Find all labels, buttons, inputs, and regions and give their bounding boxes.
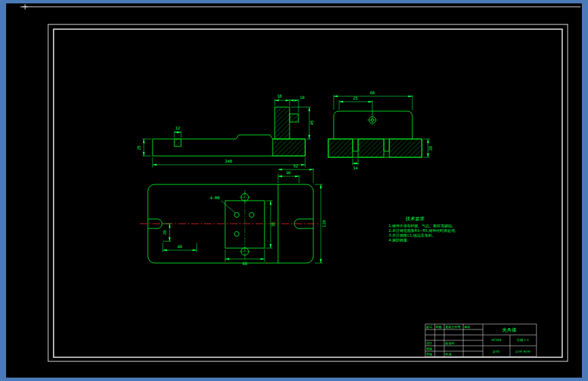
dim-front-slot: 12	[175, 125, 180, 130]
tb-drawing-no: JJ-01	[492, 350, 500, 353]
tb-sign-label: 签名	[465, 325, 471, 329]
tb-mark-label: 标记	[426, 325, 433, 329]
dim-front-col-width: 18	[277, 94, 282, 98]
dim-front-overall: 340	[225, 159, 233, 163]
dim-plan-pocket-h: 35	[271, 222, 275, 227]
tb-audit-label: 审核	[427, 353, 433, 356]
tb-check-label: 校核	[427, 347, 433, 350]
tb-sheet-info: 共1张 第1张	[515, 350, 530, 353]
tech-note-line: 1.铸件不得有砂眼、气孔、裂纹等缺陷。	[389, 224, 456, 228]
tb-file-label: 更改文件号	[446, 325, 461, 329]
dim-plan-right: 52	[293, 163, 298, 168]
cad-viewport: 12 25 18 10 45 340	[0, 0, 588, 381]
tb-design-label: 设计	[427, 341, 433, 345]
tech-note-line: 4.涂防锈漆。	[389, 238, 411, 243]
dim-plan-pocket-w: 60	[242, 261, 248, 266]
tech-notes-title: 技术要求	[405, 216, 425, 222]
tb-standard-label: 标准化	[445, 341, 455, 346]
tb-count-label: 处数	[436, 325, 443, 329]
tb-part-name: 夹具体	[503, 327, 517, 333]
tech-note-line: 2.未注铸造圆角R3~R5,铸件经时效处理。	[389, 228, 458, 233]
tb-approve-label: 批准	[445, 353, 452, 356]
cad-drawing: 12 25 18 10 45 340	[0, 0, 588, 381]
dim-plan-height: 120	[321, 220, 326, 227]
dim-plan-notch: 20	[162, 230, 167, 235]
dim-front-tab: 10	[300, 95, 305, 100]
dim-side-base-height: 28	[428, 146, 433, 151]
dim-plan-step: 30	[286, 170, 291, 175]
dim-front-height: 25	[136, 145, 141, 151]
dim-side-slot: 14	[353, 165, 358, 170]
dim-plan-left-span: 40	[177, 244, 182, 249]
dim-front-col-height: 45	[309, 120, 314, 125]
tb-material: HT200	[492, 338, 502, 342]
dim-side-width: 60	[370, 90, 375, 95]
holes-callout: 4-M8	[210, 195, 220, 200]
drawing-canvas	[6, 3, 582, 378]
tech-note-line: 3.未注倒角C1,锐边去毛刺。	[389, 233, 435, 238]
